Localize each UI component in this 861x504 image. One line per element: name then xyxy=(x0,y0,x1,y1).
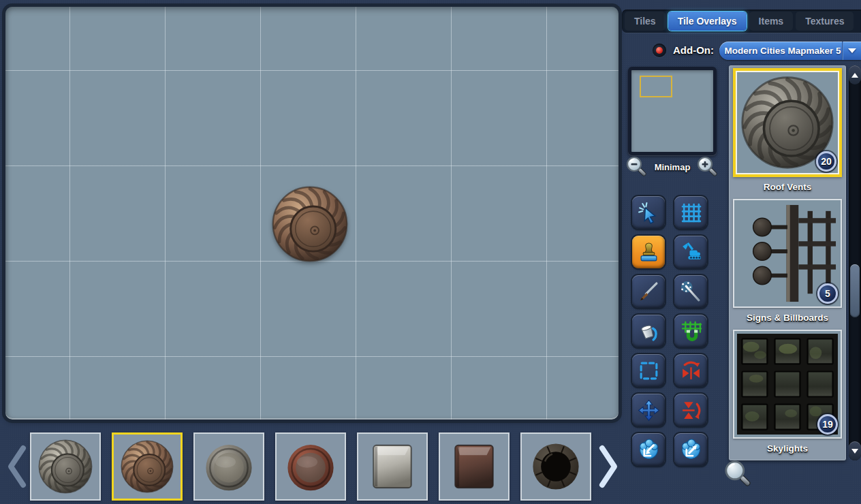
move-icon xyxy=(638,399,660,422)
addon-row: Add-On: Modern Cities Mapmaker 5 xyxy=(622,41,861,61)
flip-horizontal-icon xyxy=(680,360,702,382)
tool-marquee-select-button[interactable] xyxy=(632,354,665,387)
category-label: Skylights xyxy=(732,443,843,454)
item-count-badge: 5 xyxy=(817,283,838,304)
strip-scroll-right-button[interactable] xyxy=(597,444,620,489)
chevron-down-icon xyxy=(848,48,856,53)
category-thumbnail[interactable]: 20 xyxy=(733,68,842,177)
item-count-badge: 19 xyxy=(817,414,838,435)
addon-dropdown[interactable]: Modern Cities Mapmaker 5 xyxy=(719,42,861,60)
overlay-library-panel: 20Roof Vents 5Signs & Billboards 19Skyli… xyxy=(729,65,846,460)
dropdown-arrow-button[interactable] xyxy=(843,48,861,53)
mapmaker-app: { "tab_bar": { "tabs": [ {"label": "Tile… xyxy=(0,0,861,504)
tool-import-cloud-button[interactable] xyxy=(632,433,665,466)
category-label: Signs & Billboards xyxy=(732,313,843,323)
tab-tiles[interactable]: Tiles xyxy=(625,12,666,31)
tool-export-cloud-button[interactable] xyxy=(674,433,707,466)
arrow-down-icon xyxy=(851,449,858,454)
addon-dropdown-value: Modern Cities Mapmaker 5 xyxy=(719,46,842,56)
minimap-label: Minimap xyxy=(655,162,691,172)
tool-excavator-button[interactable] xyxy=(674,236,707,268)
scroll-down-button[interactable] xyxy=(849,441,861,460)
magic-wand-icon xyxy=(680,281,702,303)
stamp-icon xyxy=(638,241,660,264)
tool-grid-magnet-button[interactable] xyxy=(674,315,707,347)
item-count-badge: 20 xyxy=(816,151,836,172)
paint-bucket-icon xyxy=(638,320,660,343)
map-canvas[interactable] xyxy=(5,7,619,420)
tool-flip-horizontal-button[interactable] xyxy=(674,354,707,387)
tool-grid-button[interactable] xyxy=(674,196,707,229)
tab-textures[interactable]: Textures xyxy=(796,12,854,31)
tab-items[interactable]: Items xyxy=(749,12,794,31)
library-scrollbar[interactable] xyxy=(849,65,861,460)
strip-tile-vent-ring-red[interactable] xyxy=(275,432,346,501)
strip-tile-vent-box-brown[interactable] xyxy=(439,432,510,501)
import-cloud-icon xyxy=(638,439,660,461)
category-thumbnail[interactable]: 5 xyxy=(733,199,842,308)
strip-tile-vent-box-gray[interactable] xyxy=(357,432,428,501)
strip-tile-vent-pipe-black[interactable] xyxy=(520,432,591,501)
excavator-icon xyxy=(680,241,702,264)
zoom-in-button[interactable] xyxy=(696,155,719,178)
chevron-left-icon xyxy=(5,444,29,489)
strip-tile-vent-ring-gray[interactable] xyxy=(193,432,264,501)
addon-label: Add-On: xyxy=(673,44,714,56)
minimap-viewport-rect[interactable] xyxy=(640,76,672,97)
tool-move-button[interactable] xyxy=(632,394,665,426)
arrow-up-icon xyxy=(851,73,858,78)
export-cloud-icon xyxy=(680,439,702,461)
tool-paintbrush-button[interactable] xyxy=(632,275,665,308)
category-thumbnail[interactable]: 19 xyxy=(733,330,842,439)
category-item-roof-vents[interactable]: 20Roof Vents xyxy=(732,68,843,192)
addon-led-indicator[interactable] xyxy=(653,44,666,57)
flip-vertical-icon xyxy=(680,399,702,422)
grid-icon xyxy=(680,202,702,224)
tab-tile-overlays[interactable]: Tile Overlays xyxy=(668,12,747,31)
scroll-up-button[interactable] xyxy=(849,65,861,84)
category-item-signs-billboards[interactable]: 5Signs & Billboards xyxy=(732,199,843,323)
tool-paint-bucket-button[interactable] xyxy=(632,315,665,347)
minimap[interactable] xyxy=(628,67,717,155)
select-cursor-icon xyxy=(638,202,660,224)
category-item-skylights[interactable]: 19Skylights xyxy=(732,330,843,454)
strip-tile-vent-swirl-brown[interactable] xyxy=(112,432,183,501)
placed-roof-vent-object[interactable] xyxy=(270,184,350,264)
scrollbar-thumb[interactable] xyxy=(850,264,860,317)
tool-palette xyxy=(632,196,708,466)
tool-stamp-button[interactable] xyxy=(632,236,665,268)
minimap-controls: Minimap xyxy=(625,155,719,178)
grid-magnet-icon xyxy=(680,320,702,343)
marquee-select-icon xyxy=(638,360,660,382)
variant-strip xyxy=(30,432,602,501)
zoom-out-button[interactable] xyxy=(625,155,648,178)
tool-select-cursor-button[interactable] xyxy=(632,196,665,229)
tool-magic-wand-button[interactable] xyxy=(674,275,707,308)
strip-tile-vent-swirl-gray[interactable] xyxy=(30,432,101,501)
category-label: Roof Vents xyxy=(732,182,843,192)
strip-scroll-left-button[interactable] xyxy=(5,444,29,489)
search-icon[interactable] xyxy=(723,459,753,489)
paintbrush-icon xyxy=(638,281,660,303)
chevron-right-icon xyxy=(597,444,620,489)
tool-flip-vertical-button[interactable] xyxy=(674,394,707,426)
category-tab-bar: TilesTile OverlaysItemsTextures xyxy=(622,10,861,33)
